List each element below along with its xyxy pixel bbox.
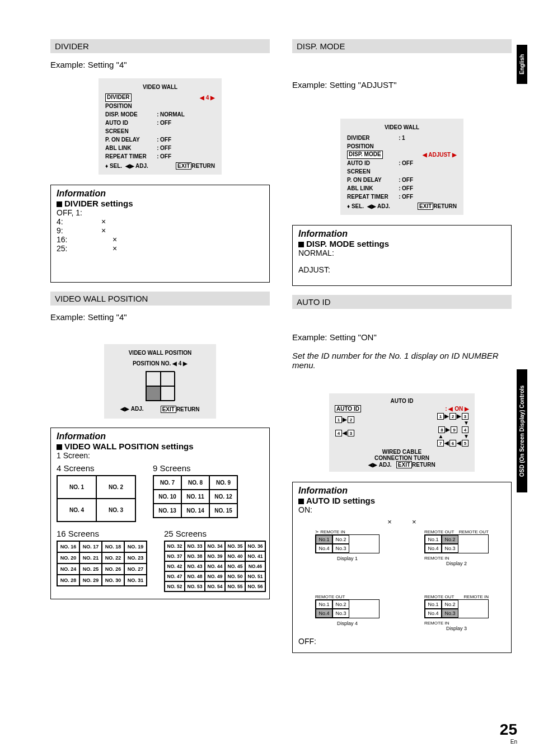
osd-val-divider: ◀ 4 ▶ xyxy=(200,93,215,102)
divider-x-25: × xyxy=(113,244,117,253)
heading-autoid: AUTO ID xyxy=(292,295,512,309)
osd-row-autoid: AUTO ID xyxy=(105,119,156,127)
grid-cell: NO. 18 xyxy=(102,541,124,552)
grid-cell: NO. 51 xyxy=(245,571,265,581)
osd-footer-sel: SEL. xyxy=(110,163,122,169)
grid-cell: NO. 3 xyxy=(96,499,135,522)
grid-cell: NO. 16 xyxy=(57,541,79,552)
osd-dispmode: VIDEO WALL DIVIDER:1 POSITION DISP. MODE… xyxy=(340,119,463,215)
aid-adj: ADJ. xyxy=(379,462,392,468)
dm-val-divider: 1 xyxy=(402,134,405,142)
osd-footer-adj: ADJ. xyxy=(135,163,148,169)
diag-remote-out-top2: REMOTE OUT xyxy=(459,529,489,534)
grid-cell: NO. 2 xyxy=(96,476,135,499)
osd-val-pondelay: OFF xyxy=(160,135,171,144)
diag-remote-out-top: REMOTE OUT xyxy=(424,529,454,534)
diag-remote-in-1: REMOTE IN xyxy=(320,529,345,534)
grid-cell: NO. 7 xyxy=(153,476,181,490)
dispmode-adjust: ADJUST: xyxy=(298,265,505,274)
grid-cell: NO. 49 xyxy=(205,571,225,581)
position-grid-preview xyxy=(146,371,175,401)
grid-cell: NO. 41 xyxy=(245,551,265,561)
grid-cell: NO. 42 xyxy=(165,561,185,571)
grid-cell: NO. 37 xyxy=(165,551,185,561)
grid-cell: No.3 xyxy=(442,609,458,618)
grid-cell: NO. 47 xyxy=(165,571,185,581)
aid-right-r1: 1▶2▶3▼ xyxy=(437,413,469,426)
info-title-autoid: Information xyxy=(298,486,505,496)
grid-cell: NO. 9 xyxy=(209,476,237,490)
grid-cell: NO. 52 xyxy=(165,581,185,591)
grid-cell: NO. 35 xyxy=(225,541,245,551)
grid-cell: No.3 xyxy=(332,609,349,618)
info-title-divider: Information xyxy=(57,189,264,199)
grid-cell: NO. 29 xyxy=(79,575,102,586)
aid-ret: RETURN xyxy=(412,462,435,468)
osd-dispmode-title: VIDEO WALL xyxy=(347,123,457,132)
osd-pos-exit: EXIT xyxy=(161,406,176,413)
page-number: 25 En xyxy=(500,721,517,745)
dm-row-divider: DIVIDER xyxy=(347,134,397,142)
dm-row-dispmode: DISP. MODE xyxy=(347,151,383,159)
grid-4screens: NO. 1NO. 2NO. 4NO. 3 xyxy=(57,475,136,522)
dm-row-abllink: ABL LINK xyxy=(347,184,397,192)
grid-25screens: NO. 32NO. 33NO. 34NO. 35NO. 36NO. 37NO. … xyxy=(164,541,266,592)
grid-cell: NO. 32 xyxy=(165,541,185,551)
grid-cell: No.1 xyxy=(425,600,442,609)
info-dispmode: Information DISP. MODE settings NORMAL: … xyxy=(292,225,512,286)
osd-pos-ret: RETURN xyxy=(176,406,200,412)
osd-position-title: VIDEO WALL POSITION xyxy=(110,350,210,356)
example-autoid: Example: Setting "ON" xyxy=(292,332,512,342)
osd-row-pondelay: P. ON DELAY xyxy=(105,135,156,144)
side-tab-osd: OSD (On Screen Display) Controls xyxy=(517,369,527,492)
side-tab-english: English xyxy=(517,45,527,84)
divider-x-4: × xyxy=(101,217,106,226)
grid-cell: NO. 4 xyxy=(57,499,96,522)
grid-cell: NO. 53 xyxy=(185,581,205,591)
grid-cell: No.1 xyxy=(316,600,332,609)
grid-cell: NO. 31 xyxy=(124,575,147,586)
dm-footer-adj: ADJ. xyxy=(377,203,390,209)
osd-val-autoid: OFF xyxy=(160,119,171,127)
example-divider: Example: Setting "4" xyxy=(50,60,270,69)
example-position: Example: Setting "4" xyxy=(50,312,270,322)
osd-pos-adj: ADJ. xyxy=(131,406,144,412)
grid-cell: No.2 xyxy=(442,600,458,609)
osd-row-screen: SCREEN xyxy=(105,127,129,135)
heading-divider: DIVIDER xyxy=(50,39,270,53)
diag-remote-out-3: REMOTE OUT xyxy=(424,594,454,599)
grid-cell: NO. 27 xyxy=(124,564,147,575)
divider-x-16: × xyxy=(113,235,117,244)
osd-autoid: AUTO ID AUTO ID : ◀ ON ▶ 1▶2 1▶2▶3▼ 4◀3 … xyxy=(329,393,475,472)
autoid-diagram: ≻ REMOTE IN No.1No.2No.4No.3 Display 1 R… xyxy=(298,529,505,631)
diag-remote-in-2: REMOTE IN xyxy=(424,556,489,561)
grid-cell: No.1 xyxy=(425,535,442,544)
autoid-off: OFF: xyxy=(298,637,505,646)
dm-row-screen: SCREEN xyxy=(347,167,371,176)
grid-cell: NO. 23 xyxy=(124,552,147,564)
dm-val-pondelay: OFF xyxy=(402,176,413,184)
grid-cell: NO. 43 xyxy=(185,561,205,571)
grid-cell: NO. 1 xyxy=(57,476,96,499)
grid-cell: NO. 25 xyxy=(79,564,102,575)
grid-cell: No.4 xyxy=(425,609,442,618)
grid-cell: NO. 44 xyxy=(205,561,225,571)
osd-footer-ret: RETURN xyxy=(191,163,215,169)
grid-cell: No.4 xyxy=(316,609,332,618)
dm-footer-ret: RETURN xyxy=(433,203,457,209)
grid-cell: NO. 36 xyxy=(245,541,265,551)
osd-position-no: POSITION NO. ◀ 4 ▶ xyxy=(110,360,210,367)
grid-cell: NO. 33 xyxy=(185,541,205,551)
grid-cell: NO. 40 xyxy=(225,551,245,561)
divider-setting-25: 25: xyxy=(57,244,79,253)
h-9screens: 9 Screens xyxy=(153,463,238,473)
osd-val-dispmode: NORMAL xyxy=(160,110,185,119)
osd-row-dispmode: DISP. MODE xyxy=(105,110,156,119)
grid-cell: NO. 48 xyxy=(185,571,205,581)
osd-divider: VIDEO WALL DIVIDER◀ 4 ▶ POSITION DISP. M… xyxy=(99,78,222,175)
grid-cell: NO. 22 xyxy=(102,552,124,564)
diag-d1: Display 1 xyxy=(315,556,380,561)
right-column: DISP. MODE Example: Setting "ADJUST" VID… xyxy=(292,39,512,662)
grid-cell: No.1 xyxy=(316,535,332,544)
h-4screens: 4 Screens xyxy=(57,463,136,473)
